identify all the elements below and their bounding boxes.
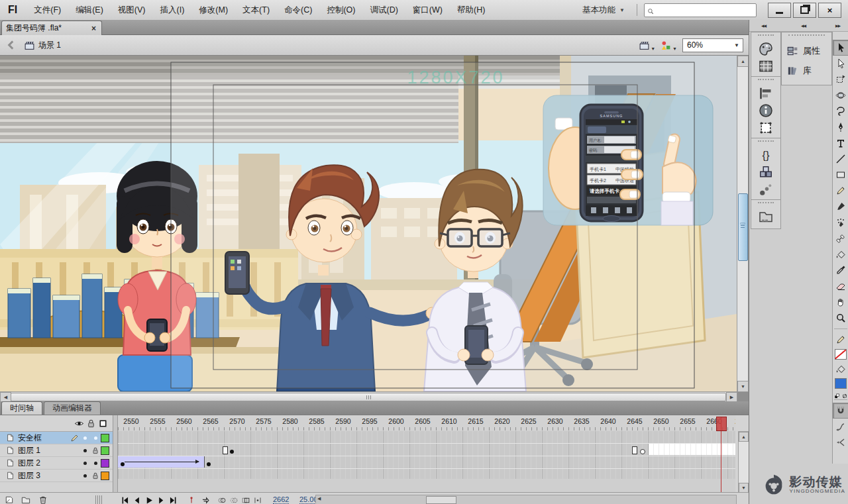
step-forward-button[interactable]: [156, 495, 166, 504]
eraser-tool[interactable]: [833, 278, 848, 294]
timeline-frames-area[interactable]: 2550255525602565257025752580258525902595…: [118, 415, 749, 492]
zoom-level-select[interactable]: 60% ▼: [682, 38, 743, 52]
scroll-thumb[interactable]: [426, 496, 456, 504]
scroll-thumb[interactable]: [738, 193, 748, 261]
menu-item-7[interactable]: 控制(O): [319, 2, 362, 19]
pencil-tool[interactable]: [833, 183, 848, 199]
swap-colors-icon[interactable]: [841, 390, 848, 397]
timeline-tab-0[interactable]: 时间轴: [1, 401, 42, 415]
search-input[interactable]: [657, 5, 753, 15]
code-snippets-panel-icon[interactable]: {}: [757, 147, 774, 163]
eyedropper-tool[interactable]: [833, 262, 848, 278]
layer-visibility-toggle[interactable]: [80, 449, 90, 452]
3d-rotation-tool[interactable]: [833, 87, 848, 103]
snap-magnet-button[interactable]: [833, 403, 848, 419]
frames-row-layer-1[interactable]: [118, 444, 735, 456]
layer-name[interactable]: 安全框: [18, 432, 69, 444]
stage-vertical-scrollbar[interactable]: ▲ ▼: [737, 56, 748, 391]
menu-item-4[interactable]: 修改(M): [191, 2, 235, 19]
search-box[interactable]: [644, 3, 757, 17]
frame-ruler[interactable]: 2550255525602565257025752580258525902595…: [118, 415, 735, 432]
motion-presets-panel-icon[interactable]: [757, 181, 774, 197]
play-button[interactable]: [144, 495, 154, 504]
back-arrow-icon[interactable]: [5, 39, 17, 51]
expand-panels-icon[interactable]: ▶▶: [835, 23, 840, 28]
lock-icon[interactable]: [86, 419, 96, 428]
smooth-button[interactable]: [833, 419, 848, 434]
transform-panel-icon[interactable]: [757, 120, 774, 136]
document-tab-close-icon[interactable]: ×: [90, 24, 97, 33]
layer-name[interactable]: 图层 2: [18, 458, 69, 469]
loop-playback-button[interactable]: [199, 495, 212, 504]
frames-row-layer-0[interactable]: [118, 431, 735, 444]
swatches-panel-icon[interactable]: [757, 58, 774, 74]
menu-item-8[interactable]: 调试(D): [362, 2, 405, 19]
text-tool[interactable]: [833, 135, 848, 151]
current-frame-value[interactable]: 2662: [273, 495, 289, 504]
layer-row-0[interactable]: 安全框: [0, 432, 113, 444]
timeline-splitter[interactable]: [113, 415, 118, 492]
menu-item-2[interactable]: 视图(V): [111, 2, 153, 19]
layer-lock-toggle[interactable]: [90, 462, 101, 465]
onion-skin-button[interactable]: [217, 495, 227, 504]
panel-gripper[interactable]: [758, 202, 774, 206]
panel-gripper[interactable]: [788, 34, 825, 38]
menu-item-5[interactable]: 文本(T): [235, 2, 277, 19]
panel-gripper[interactable]: [758, 79, 774, 83]
panel-gripper[interactable]: [758, 140, 774, 144]
free-transform-tool[interactable]: [833, 72, 848, 87]
layer-row-3[interactable]: 图层 3: [0, 470, 113, 482]
go-to-last-frame-button[interactable]: [168, 495, 178, 504]
scroll-left-icon[interactable]: ◀: [0, 392, 11, 401]
stage-canvas[interactable]: SAMSUNG 用户名: 密码: 手机卡1 中国移动: [0, 56, 737, 391]
menu-item-9[interactable]: 窗口(W): [405, 2, 450, 19]
layer-lock-toggle[interactable]: [90, 472, 101, 480]
bone-tool[interactable]: [833, 230, 848, 246]
playhead-marker[interactable]: [716, 417, 727, 431]
breadcrumb[interactable]: 场景 1: [24, 40, 61, 51]
frames-row-layer-2[interactable]: [118, 456, 735, 469]
info-panel-icon[interactable]: [757, 103, 774, 119]
stage-horizontal-scrollbar[interactable]: ◀ ▶: [0, 391, 737, 401]
panel-resize-grip[interactable]: [95, 495, 102, 504]
layer-outline-color-swatch[interactable]: [101, 472, 109, 480]
layer-lock-toggle[interactable]: [90, 436, 101, 440]
layer-visibility-toggle[interactable]: [80, 462, 90, 465]
scroll-left-icon[interactable]: ◀: [317, 496, 321, 501]
zoom-tool[interactable]: [833, 310, 848, 326]
menu-item-10[interactable]: 帮助(H): [450, 2, 492, 19]
menu-item-1[interactable]: 编辑(E): [68, 2, 111, 19]
project-panel-icon[interactable]: [757, 209, 774, 225]
delete-layer-button[interactable]: [38, 495, 48, 504]
stroke-color-swatch[interactable]: [835, 349, 847, 360]
layer-outline-color-swatch[interactable]: [101, 434, 109, 442]
panel-gripper[interactable]: [758, 34, 774, 38]
panel-tab-properties[interactable]: 属性: [782, 41, 831, 61]
menu-item-0[interactable]: 文件(F): [26, 2, 68, 19]
hand-tool[interactable]: [833, 294, 848, 310]
edit-scene-button[interactable]: ▼: [639, 40, 655, 51]
layer-lock-toggle[interactable]: [90, 446, 101, 455]
scroll-thumb[interactable]: [11, 393, 726, 401]
layer-name[interactable]: 图层 1: [18, 445, 69, 456]
scroll-down-icon[interactable]: ▼: [737, 381, 749, 392]
minimize-button[interactable]: [768, 3, 791, 18]
fill-color-swatch[interactable]: [835, 378, 847, 389]
document-tab[interactable]: 集团号码簿 .fla* ×: [1, 21, 102, 35]
layer-name[interactable]: 图层 3: [18, 470, 69, 481]
scroll-right-icon[interactable]: ▶: [726, 392, 737, 401]
layer-row-2[interactable]: 图层 2: [0, 457, 113, 470]
collapse-panels-icon[interactable]: ◀◀: [761, 23, 766, 28]
black-white-swatch-icon[interactable]: [834, 390, 841, 397]
layer-visibility-toggle[interactable]: [80, 436, 90, 440]
restore-button[interactable]: [793, 3, 816, 18]
close-button[interactable]: ×: [818, 3, 841, 18]
edit-multiple-frames-button[interactable]: [241, 495, 250, 504]
menu-item-3[interactable]: 插入(I): [153, 2, 192, 19]
outline-square-icon[interactable]: [98, 419, 108, 428]
scroll-up-icon[interactable]: ▲: [737, 56, 749, 67]
selection-tool[interactable]: [833, 40, 848, 56]
lasso-tool[interactable]: [833, 103, 848, 119]
go-to-first-frame-button[interactable]: [121, 495, 130, 504]
layer-outline-color-swatch[interactable]: [101, 459, 109, 468]
